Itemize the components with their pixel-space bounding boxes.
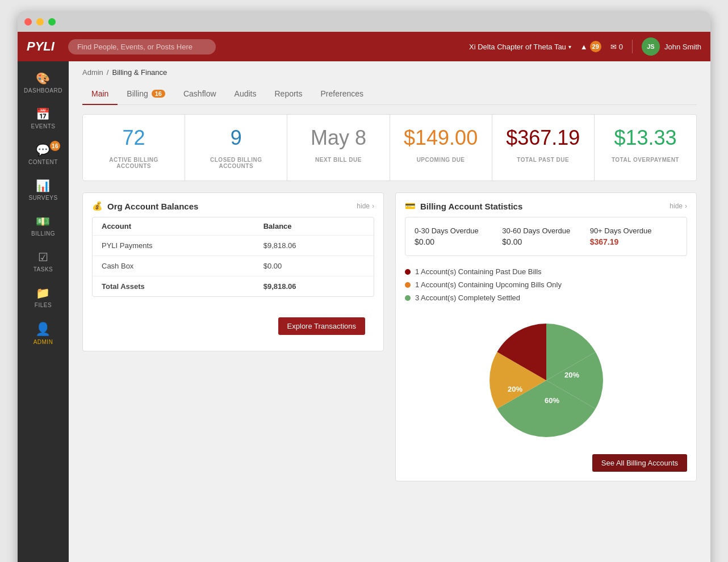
tab-audits[interactable]: Audits [225, 83, 266, 105]
overdue-30-60-amount: $0.00 [502, 237, 589, 246]
sidebar-label-surveys: SURVEYS [28, 195, 57, 201]
sidebar-label-admin: ADMIN [34, 339, 53, 345]
dashboard-icon: 🎨 [36, 72, 51, 85]
stat-upcoming-value: $149.00 [399, 126, 483, 150]
pie-label-pastdue: 20% [564, 371, 579, 379]
title-bar [18, 11, 710, 32]
col-balance: Balance [254, 217, 374, 236]
notifications-button[interactable]: ▲ 29 [580, 41, 601, 52]
close-dot[interactable] [24, 18, 32, 26]
stat-past-due-value: $367.19 [501, 126, 585, 150]
sidebar-item-events[interactable]: 📅 EVENTS [20, 102, 66, 135]
sidebar-item-admin[interactable]: 👤 ADMIN [20, 316, 66, 351]
content-area: Admin / Billing & Finance Main Billing 1… [69, 61, 710, 562]
explore-transactions-button[interactable]: Explore Transactions [278, 317, 365, 335]
org-balances-title: 💰 Org Account Balances [92, 201, 198, 211]
tab-billing[interactable]: Billing 16 [118, 83, 174, 105]
overdue-grid: 0-30 Days Overdue $0.00 30-60 Days Overd… [405, 217, 687, 256]
tab-billing-badge: 16 [152, 90, 165, 98]
nav-divider [632, 40, 633, 53]
stat-overpayment: $13.33 TOTAL OVERPAYMENT [595, 115, 696, 181]
org-balances-table: Account Balance PYLI Payments $9,818.06 [93, 217, 374, 296]
stat-closed-accounts: 9 CLOSED BILLING ACCOUNTS [185, 115, 287, 181]
minimize-dot[interactable] [36, 18, 44, 26]
surveys-icon: 📊 [36, 179, 51, 192]
stat-upcoming-label: UPCOMING DUE [399, 157, 483, 163]
stats-row: 72 ACTIVE BILLING ACCOUNTS 9 CLOSED BILL… [82, 114, 697, 181]
pie-label-settled: 60% [544, 396, 559, 405]
tabs: Main Billing 16 Cashflow Audits Reports [82, 83, 697, 105]
legend-upcoming: 1 Account(s) Containing Upcoming Bills O… [405, 280, 687, 289]
sidebar-label-dashboard: DASHBOARD [24, 87, 62, 94]
sidebar-item-files[interactable]: 📁 FILES [20, 280, 66, 314]
breadcrumb-current: Billing & Finance [112, 68, 167, 77]
billing-icon: 💵 [36, 215, 51, 228]
overdue-30-60: 30-60 Days Overdue $0.00 [502, 227, 589, 246]
account-balance: $9,818.06 [254, 236, 374, 256]
mail-icon: ✉ [610, 43, 617, 51]
tab-preferences-label: Preferences [321, 89, 363, 98]
money-icon: 💰 [92, 201, 103, 211]
tab-reports[interactable]: Reports [265, 83, 311, 105]
sidebar-label-billing: BILLING [31, 230, 55, 237]
sidebar-label-content: CONTENT [28, 159, 58, 165]
events-icon: 📅 [36, 107, 51, 121]
org-chevron-icon: ▾ [568, 44, 571, 50]
nav-right: Xi Delta Chapter of Theta Tau ▾ ▲ 29 ✉ 0… [469, 37, 701, 56]
stat-next-bill-value: May 8 [296, 126, 380, 150]
stat-active-value: 72 [92, 126, 175, 150]
tab-audits-label: Audits [235, 89, 257, 98]
two-column-layout: 💰 Org Account Balances hide › [82, 192, 697, 481]
tab-main[interactable]: Main [82, 83, 118, 105]
sidebar-item-tasks[interactable]: ☑ TASKS [20, 245, 66, 278]
org-selector[interactable]: Xi Delta Chapter of Theta Tau ▾ [469, 43, 571, 51]
pie-label-upcoming: 20% [507, 385, 522, 393]
legend-past-due: 1 Account(s) Containing Past Due Bills [405, 267, 687, 276]
org-balances-header: 💰 Org Account Balances hide › [83, 193, 383, 217]
avatar: JS [642, 37, 660, 56]
legend-settled: 3 Account(s) Completely Settled [405, 293, 687, 302]
total-value: $9,818.06 [254, 276, 374, 297]
sidebar-item-billing[interactable]: 💵 BILLING [20, 209, 66, 242]
tab-billing-label: Billing [127, 89, 148, 98]
admin-icon: 👤 [35, 322, 51, 337]
overdue-90-plus: 90+ Days Overdue $367.19 [590, 227, 677, 246]
breadcrumb: Admin / Billing & Finance [69, 61, 710, 83]
account-balance: $0.00 [254, 256, 374, 276]
sidebar-item-surveys[interactable]: 📊 SURVEYS [20, 173, 66, 207]
stat-past-due: $367.19 TOTAL PAST DUE [492, 115, 595, 181]
org-name-label: Xi Delta Chapter of Theta Tau [469, 43, 566, 51]
stat-active-label: ACTIVE BILLING ACCOUNTS [92, 157, 175, 169]
org-balances-table-container: Account Balance PYLI Payments $9,818.06 [92, 217, 374, 297]
page-content: Main Billing 16 Cashflow Audits Reports [69, 83, 710, 495]
col-account: Account [93, 217, 254, 236]
chevron-icon: › [372, 202, 374, 210]
overdue-90-amount: $367.19 [590, 237, 677, 246]
sidebar-item-dashboard[interactable]: 🎨 DASHBOARD [20, 66, 66, 99]
user-menu-button[interactable]: JS John Smith [642, 37, 701, 56]
see-all-billing-button[interactable]: See All Billing Accounts [592, 454, 687, 472]
tab-cashflow[interactable]: Cashflow [174, 83, 225, 105]
triangle-icon: ▲ [580, 43, 588, 51]
pie-chart-container: 20% 20% 60% [396, 307, 696, 454]
maximize-dot[interactable] [48, 18, 56, 26]
account-name: Cash Box [93, 256, 254, 276]
overdue-grid-inner: 0-30 Days Overdue $0.00 30-60 Days Overd… [405, 217, 687, 255]
user-name: John Smith [664, 43, 701, 51]
billing-stats-card: 💳 Billing Account Statistics hide › [395, 192, 697, 481]
messages-button[interactable]: ✉ 0 [610, 43, 623, 51]
table-row: PYLI Payments $9,818.06 [93, 236, 374, 256]
tab-cashflow-label: Cashflow [183, 89, 216, 98]
total-row: Total Assets $9,818.06 [93, 276, 374, 297]
legend-dot-past-due [405, 269, 411, 275]
sidebar-label-tasks: TASKS [34, 266, 53, 272]
breadcrumb-parent[interactable]: Admin [82, 68, 103, 77]
org-balances-hide[interactable]: hide › [357, 202, 374, 210]
sidebar-item-content[interactable]: 16 💬 CONTENT [20, 137, 66, 171]
billing-stats-hide[interactable]: hide › [670, 202, 687, 210]
tab-preferences[interactable]: Preferences [312, 83, 373, 105]
overdue-90-label: 90+ Days Overdue [590, 227, 677, 235]
search-input[interactable] [68, 39, 216, 54]
stat-overpayment-value: $13.33 [604, 126, 687, 150]
content-badge: 16 [50, 141, 60, 151]
